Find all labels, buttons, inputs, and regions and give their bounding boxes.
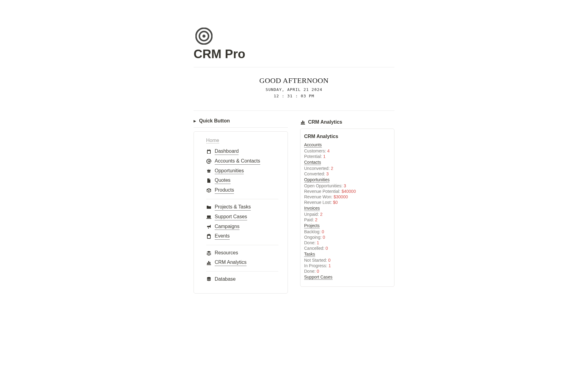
- nav-item-label: Opportunities: [215, 168, 244, 174]
- current-time: 12 : 31 : 03 PM: [194, 94, 394, 98]
- target-icon: [195, 28, 213, 45]
- crm-analytics-header[interactable]: CRM Analytics: [300, 117, 394, 129]
- nav-item-campaigns[interactable]: Campaigns: [206, 222, 278, 232]
- section-accounts[interactable]: Accounts: [304, 142, 322, 148]
- toggle-arrow-icon: ▶: [194, 119, 196, 123]
- stat-ongoing: Ongoing: 0: [304, 234, 390, 240]
- crm-analytics-label: CRM Analytics: [308, 119, 342, 125]
- svg-point-2: [202, 35, 205, 38]
- crown-icon: [206, 168, 212, 174]
- stat-projects-done: Done: 1: [304, 240, 390, 245]
- stat-cancelled: Cancelled: 0: [304, 245, 390, 251]
- calendar-icon: [206, 234, 212, 239]
- bar-chart-icon: [206, 260, 212, 265]
- database-icon: [206, 276, 212, 282]
- section-opportunities[interactable]: Opportunities: [304, 177, 330, 182]
- stat-revenue-won: Revenue Won: $30000: [304, 194, 390, 200]
- nav-item-accounts-contacts[interactable]: Accounts & Contacts: [206, 156, 278, 166]
- divider: [194, 110, 394, 111]
- folder-icon: [206, 204, 212, 210]
- nav-item-quotes[interactable]: Quotes: [206, 176, 278, 185]
- nav-item-support-cases[interactable]: Support Cases: [206, 212, 278, 222]
- nav-item-label: CRM Analytics: [215, 259, 247, 266]
- nav-item-label: Quotes: [215, 177, 231, 184]
- nav-item-dashboard[interactable]: Dashboard: [206, 147, 278, 156]
- stat-customers: Customers: 4: [304, 148, 390, 154]
- dashboard-icon: [206, 149, 212, 154]
- nav-item-opportunities[interactable]: Opportunities: [206, 166, 278, 176]
- quick-button-label: Quick Button: [199, 118, 230, 124]
- analytics-card: CRM Analytics Accounts Customers: 4 Pote…: [300, 129, 394, 287]
- stat-not-started: Not Started: 0: [304, 257, 390, 263]
- greeting-widget: GOOD AFTERNOON SUNDAY, APRIL 21 2024 12 …: [194, 77, 394, 98]
- bar-chart-icon: [300, 119, 306, 125]
- nav-item-projects-tasks[interactable]: Projects & Tasks: [206, 202, 278, 212]
- section-contacts[interactable]: Contacts: [304, 160, 321, 165]
- nav-item-label: Database: [215, 276, 236, 283]
- divider: [206, 199, 278, 199]
- nav-item-database[interactable]: Database: [206, 275, 278, 284]
- stat-open-opportunities: Open Opportunities: 3: [304, 183, 390, 189]
- stat-potential: Potential: 1: [304, 154, 390, 159]
- divider: [206, 271, 278, 272]
- stat-unpaid: Unpaid: 2: [304, 212, 390, 217]
- nav-item-events[interactable]: Events: [206, 231, 278, 241]
- nav-item-label: Dashboard: [215, 148, 239, 155]
- nav-item-resources[interactable]: Resources: [206, 248, 278, 258]
- stat-revenue-lost: Revenue Lost: $0: [304, 200, 390, 205]
- current-date: SUNDAY, APRIL 21 2024: [194, 87, 394, 92]
- stat-tasks-done: Done: 0: [304, 268, 390, 274]
- laptop-icon: [206, 214, 212, 220]
- divider: [206, 245, 278, 245]
- nav-item-label: Campaigns: [215, 223, 239, 230]
- section-projects[interactable]: Projects: [304, 223, 320, 228]
- nav-item-label: Support Cases: [215, 214, 247, 220]
- nav-card: Home Dashboard Accounts & Contacts Oppor…: [194, 131, 288, 294]
- nav-item-label: Projects & Tasks: [215, 204, 251, 211]
- analytics-card-title: CRM Analytics: [304, 134, 390, 139]
- quick-button-toggle[interactable]: ▶ Quick Button: [194, 117, 288, 128]
- stat-paid: Paid: 2: [304, 217, 390, 223]
- layers-icon: [206, 250, 212, 256]
- nav-item-crm-analytics[interactable]: CRM Analytics: [206, 258, 278, 268]
- greeting-text: GOOD AFTERNOON: [194, 77, 394, 85]
- stat-in-progress: In Progress: 1: [304, 263, 390, 268]
- section-support-cases[interactable]: Support Cases: [304, 275, 333, 280]
- section-invoices[interactable]: Invoices: [304, 206, 320, 211]
- nav-item-products[interactable]: Products: [206, 185, 278, 195]
- section-tasks[interactable]: Tasks: [304, 252, 315, 257]
- nav-item-label: Accounts & Contacts: [215, 158, 260, 165]
- stat-unconverted: Unconverted: 2: [304, 166, 390, 171]
- megaphone-icon: [206, 224, 212, 229]
- nav-item-label: Products: [215, 187, 234, 194]
- page-title: CRM Pro: [194, 47, 394, 67]
- at-icon: [206, 159, 212, 164]
- box-icon: [206, 188, 212, 193]
- nav-home[interactable]: Home: [206, 138, 219, 144]
- stat-backlog: Backlog: 0: [304, 229, 390, 234]
- stat-converted: Converted: 3: [304, 171, 390, 177]
- nav-item-label: Resources: [215, 250, 238, 256]
- stat-revenue-potential: Revenue Potential: $40000: [304, 189, 390, 194]
- document-icon: [206, 178, 212, 183]
- nav-item-label: Events: [215, 233, 230, 240]
